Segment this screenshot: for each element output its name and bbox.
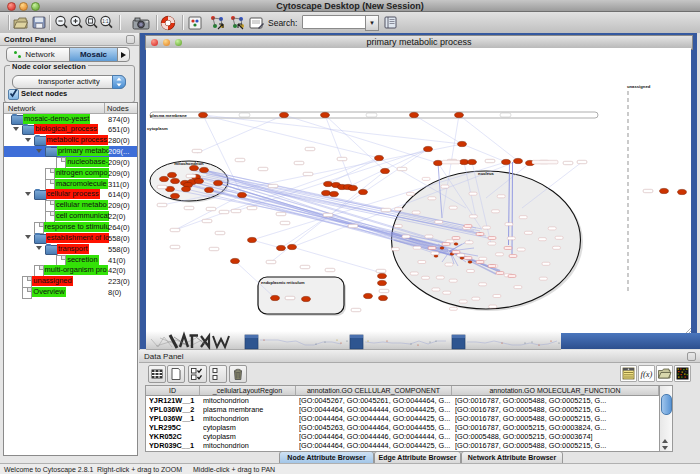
svg-text:1:1: 1:1 bbox=[102, 19, 109, 24]
svg-text:endoplasmic reticulum: endoplasmic reticulum bbox=[261, 280, 305, 285]
svg-text:plasma membrane: plasma membrane bbox=[150, 113, 187, 118]
svg-text:unassigned: unassigned bbox=[627, 84, 651, 89]
svg-text:nucleus: nucleus bbox=[478, 171, 494, 176]
svg-text:cytoplasm: cytoplasm bbox=[147, 126, 168, 131]
svg-text:f(x): f(x) bbox=[641, 369, 653, 379]
svg-text:mitochondrion: mitochondrion bbox=[174, 161, 204, 166]
